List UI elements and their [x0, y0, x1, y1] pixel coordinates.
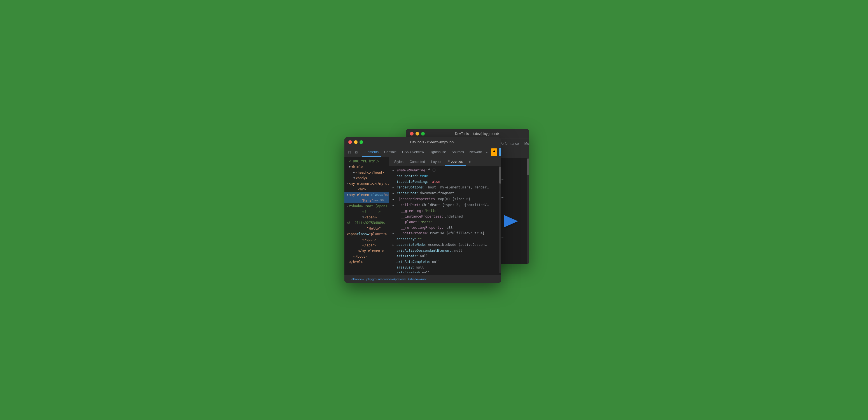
right-panel-front: Styles Computed Layout Properties » ► en… [389, 157, 501, 275]
info-badge[interactable]: 💬 1 [499, 148, 501, 156]
titlebar-front: DevTools - lit.dev/playground/ [344, 137, 501, 147]
dom-panel[interactable]: <!DOCTYPE html> ▼ <html> ► <head>…</head… [344, 157, 389, 275]
prop-updatePromise[interactable]: ► __updatePromise: Promise {<fulfilled>:… [389, 231, 499, 236]
dom-line[interactable]: "Hello" [344, 226, 389, 231]
dom-line[interactable]: ► <head>…</head> [344, 170, 389, 175]
dom-line[interactable]: ► #shadow-root (open) [344, 203, 389, 209]
panel-tab-properties[interactable]: Properties [445, 158, 466, 166]
direction-arrow [504, 215, 521, 228]
panel-tab-computed[interactable]: Computed [407, 158, 428, 166]
dom-line[interactable]: ► <my-element>…</my-element> [344, 181, 389, 186]
breadcrumb-shadow-root[interactable]: #shadow-root [408, 277, 427, 281]
dom-line[interactable]: </body> [344, 254, 389, 259]
dom-line[interactable]: <!DOCTYPE html> [344, 158, 389, 164]
dom-line[interactable]: <!------> [344, 209, 389, 214]
dom-line[interactable]: <!--?lit$927534869$--> [344, 220, 389, 226]
dom-line[interactable]: </span> [344, 242, 389, 248]
arrow-container [501, 215, 524, 228]
traffic-lights-back [410, 132, 425, 136]
prop-ariaAutoComplete[interactable]: ariaAutoComplete: null [389, 259, 499, 265]
dom-line[interactable]: </html> [344, 259, 389, 265]
prop-renderOptions[interactable]: ► renderOptions: {host: my-element.mars,… [389, 184, 499, 190]
traffic-light-green-back[interactable] [421, 132, 425, 136]
device-icon[interactable]: ⧉ [353, 150, 359, 155]
devtools-window-front: DevTools - lit.dev/playground/ ⬚ ⧉ Eleme… [344, 137, 501, 283]
properties-panel-front: ► enableUpdating: f () hasUpdated: true [389, 166, 501, 273]
scrollbar-thumb-back[interactable] [527, 158, 529, 175]
prop-planet[interactable]: __planet: "Mars" [389, 219, 499, 225]
traffic-light-yellow-back[interactable] [415, 132, 419, 136]
dom-line[interactable]: <span class= "planet" >… [344, 231, 389, 237]
tab-lighthouse[interactable]: Lighthouse [427, 148, 449, 157]
tab-console[interactable]: Console [381, 148, 399, 157]
panel-tabs-front: Styles Computed Layout Properties » [389, 157, 501, 166]
dom-line[interactable]: </span> [344, 237, 389, 242]
prop-ariaBusy[interactable]: ariaBusy: null [389, 265, 499, 270]
breadcrumb-more[interactable]: ... [347, 277, 349, 281]
traffic-light-green[interactable] [360, 140, 363, 144]
tab-sources[interactable]: Sources [449, 148, 467, 157]
traffic-lights-front [348, 140, 363, 144]
prop-ariaChecked[interactable]: ariaChecked: null [389, 270, 499, 273]
prop-changedProperties[interactable]: ► _$changedProperties: Map(0) {size: 0} [389, 196, 499, 202]
prop-isUpdatePending[interactable]: isUpdatePending: false [389, 179, 499, 184]
prop-ariaActiveDescendant[interactable]: ariaActiveDescendantElement: null [389, 248, 499, 253]
prop-instanceProperties[interactable]: __instanceProperties: undefined [389, 214, 499, 219]
dom-line[interactable]: ▼ <body> [344, 175, 389, 181]
traffic-light-red[interactable] [348, 140, 352, 144]
traffic-light-red-back[interactable] [410, 132, 413, 136]
more-tabs-btn[interactable]: » [485, 150, 489, 155]
scrollbar-thumb-front[interactable] [499, 167, 501, 184]
tab-memory-back[interactable]: Memory [522, 140, 529, 148]
tab-elements[interactable]: Elements [362, 148, 381, 157]
toolbar-icons: ⬚ ⧉ [347, 150, 359, 155]
prop-hasUpdated[interactable]: hasUpdated: true [389, 173, 499, 179]
breadcrumb-dPreview[interactable]: dPreview [351, 277, 364, 281]
bottom-bar-front: ... dPreview playground-preview#preview … [344, 275, 501, 283]
panel-tab-styles[interactable]: Styles [392, 158, 406, 166]
tab-network[interactable]: Network [467, 148, 485, 157]
window-title-back: DevTools - lit.dev/playground/ [429, 132, 525, 136]
scrollbar-front[interactable] [499, 166, 501, 273]
prop-enableUpdating[interactable]: ► enableUpdating: f () [389, 168, 499, 173]
toolbar-tabs-front: Elements Console CSS Overview Lighthouse… [362, 148, 489, 157]
breadcrumb-preview[interactable]: playground-preview#preview [366, 277, 405, 281]
dom-line[interactable]: </my-element> [344, 248, 389, 254]
traffic-light-yellow[interactable] [354, 140, 358, 144]
prop-ariaAtomic[interactable]: ariaAtomic: null [389, 253, 499, 259]
panel-tab-layout[interactable]: Layout [428, 158, 444, 166]
main-content-front: <!DOCTYPE html> ▼ <html> ► <head>…</head… [344, 157, 501, 275]
prop-accessKey[interactable]: accessKey: "" [389, 236, 499, 242]
warning-badge[interactable]: ▲ 3 [491, 148, 497, 156]
dom-line-selected[interactable]: ▼ <my-element class= "mars" planet= [344, 192, 389, 198]
toolbar-right: ▲ 3 💬 1 ⚙ ⋮ [491, 148, 501, 156]
props-list-front[interactable]: ► enableUpdating: f () hasUpdated: true [389, 166, 499, 273]
prop-reflectingProperty[interactable]: __reflectingProperty: null [389, 225, 499, 231]
toolbar-front: ⬚ ⧉ Elements Console CSS Overview Lighth… [344, 147, 501, 157]
prop-renderRoot[interactable]: ► renderRoot: document-fragment [389, 190, 499, 196]
window-title-front: DevTools - lit.dev/playground/ [367, 140, 497, 144]
scrollbar-back[interactable] [527, 158, 529, 264]
dom-line[interactable]: <hr> [344, 186, 389, 192]
cursor-icon[interactable]: ⬚ [347, 150, 352, 155]
dom-line[interactable]: ▼ <html> [344, 164, 389, 170]
scene: DevTools - lit.dev/playground/ ⬚ ⧉ Eleme… [344, 137, 524, 283]
prop-accessibleNode[interactable]: ► accessibleNode: AccessibleNode {active… [389, 242, 499, 248]
dom-line-selected-2[interactable]: "Mars" == $0 [344, 198, 389, 203]
prop-childPart[interactable]: ► __childPart: ChildPart {type: 2, _$com… [389, 202, 499, 208]
prop-greeting[interactable]: __greeting: "Hello" [389, 208, 499, 214]
dom-line[interactable]: ▼ <span> [344, 214, 389, 220]
tab-css-overview[interactable]: CSS Overview [399, 148, 427, 157]
panel-tab-more[interactable]: » [466, 158, 474, 166]
breadcrumb-end[interactable]: ... [429, 277, 431, 281]
